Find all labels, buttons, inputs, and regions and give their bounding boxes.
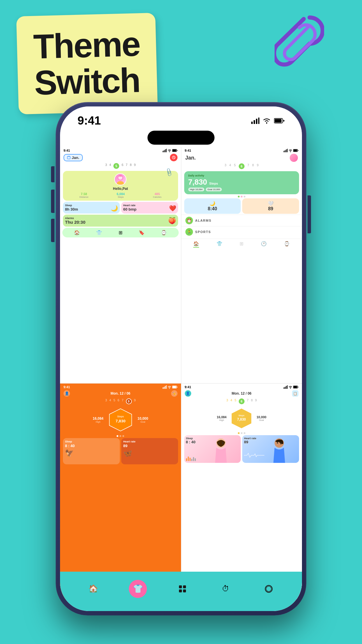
nav-item-themes[interactable]: 👕 [129, 580, 147, 598]
nav-item-watch[interactable] [261, 581, 276, 596]
panel-2-minimal: 9:41 Jan. 345 [181, 147, 302, 383]
svg-rect-11 [173, 150, 176, 151]
p1-time: 9:41 [64, 149, 70, 152]
p4-profile-icon: 👤 [185, 390, 191, 397]
title-line2: Switch [34, 62, 141, 101]
p4-sleep-val: 8 : 40 [186, 440, 196, 444]
p4-edit-icon[interactable]: 📋 [292, 390, 298, 397]
p2-sports-icon: 🏃 [185, 228, 193, 236]
status-icons [251, 118, 284, 124]
p2-dot-3 [244, 196, 245, 197]
p1-alarm-value: Thu 20:30 [65, 220, 85, 225]
p4-dot-2 [241, 432, 242, 434]
svg-point-46 [219, 442, 220, 444]
p1-date-badge[interactable]: Jan. [64, 154, 83, 161]
p3-heart-title: Heart rate [123, 440, 176, 443]
p3-heart-val: 89 [123, 444, 176, 448]
p1-secondary-cards: Sleep 8h 30m 🌙 Heart rate 60 bmp ❤️ [63, 202, 178, 214]
p2-goal-badge: Goal 10,000 [206, 188, 222, 191]
p1-steps-label: Steps [117, 196, 125, 198]
svg-rect-23 [286, 149, 287, 152]
p2-nav-widget[interactable]: ⊞ [240, 241, 243, 248]
p1-nav-watch[interactable]: ⌚ [161, 230, 167, 235]
p2-nav-home[interactable]: 🏠 [193, 241, 199, 248]
svg-rect-39 [287, 385, 288, 389]
svg-rect-22 [285, 150, 286, 152]
nav-item-home[interactable]: 🏠 [86, 581, 101, 596]
panels-grid: 9:41 Jan. [60, 147, 302, 599]
p2-alarm-row: ⏰ ALARMS [181, 215, 302, 226]
p4-goal-stat: 10,000 Goal [256, 415, 266, 421]
p1-steps-val: 6,084 [117, 192, 125, 196]
svg-rect-27 [163, 387, 164, 389]
p1-cal-selected: 5 [113, 163, 119, 169]
svg-rect-51 [179, 585, 182, 588]
p2-high-badge: High 16,084 [188, 188, 204, 191]
p1-avatar-icon [116, 174, 125, 185]
p3-dots [60, 435, 181, 437]
nav-item-widgets[interactable] [175, 581, 190, 596]
panel-4-photo: 9:41 👤 Mon. 12 / 06 📋 [181, 384, 302, 599]
volume-mute-button[interactable] [51, 166, 55, 182]
p1-edit-button[interactable] [170, 154, 178, 161]
nav-watch-svg [265, 585, 273, 593]
p2-nav-watch[interactable]: ⌚ [284, 241, 290, 248]
p2-dot-2 [241, 196, 242, 197]
p2-heart-val: 89 [245, 206, 297, 211]
p4-heart-title: Heart rate [244, 437, 256, 440]
power-button[interactable] [307, 195, 311, 233]
p1-date-label: Jan. [72, 155, 79, 160]
p1-bottom-nav: 🏠 👕 ⊞ 🔖 ⌚ [62, 228, 179, 237]
nav-item-timer[interactable]: ⏱ [218, 581, 233, 596]
p1-nav-widget[interactable]: ⊞ [119, 230, 122, 235]
p3-wifi [168, 386, 171, 389]
p3-edit-icon[interactable]: ✏️ [171, 390, 178, 397]
p3-calendar-row: 34567 8 9 [60, 398, 181, 405]
p2-alarm-icon: ⏰ [185, 217, 193, 224]
p4-sleep-bars [186, 456, 196, 461]
p4-high-label: High [217, 419, 227, 421]
svg-rect-52 [183, 585, 186, 588]
svg-rect-38 [286, 386, 287, 389]
svg-point-56 [266, 586, 271, 592]
p1-heart-title: Heart rate [123, 204, 176, 207]
p3-high-label: High [93, 421, 103, 423]
battery-icon [274, 118, 284, 124]
p1-nav-shirt[interactable]: 👕 [96, 230, 102, 235]
svg-rect-30 [166, 385, 167, 389]
svg-rect-12 [67, 156, 70, 159]
paperclip-icon [275, 9, 324, 68]
p3-signal [163, 385, 167, 389]
svg-text:Steps: Steps [239, 414, 245, 417]
p4-photo-cards: Sleep 8 : 40 [184, 435, 299, 463]
p4-heart-overlay: Heart rate 89 [244, 437, 256, 444]
volume-up-button[interactable] [51, 190, 55, 213]
p3-sleep-card: Sleep 8 : 40 🦅 [63, 438, 120, 464]
p4-dot-1 [238, 432, 240, 434]
p1-calories-val: 485 [153, 192, 161, 196]
svg-rect-2 [256, 119, 257, 124]
svg-rect-7 [164, 150, 165, 152]
p1-nav-home[interactable]: 🏠 [74, 230, 80, 235]
p2-sports-label: SPORTS [195, 230, 211, 234]
p2-calendar-row: 345 6 789 [181, 163, 302, 170]
status-time: 9:41 [78, 114, 101, 127]
p3-dot-3 [122, 435, 124, 437]
p3-sleep-title: Sleep [65, 440, 118, 443]
p2-activity-card: Daily activity 7,830 Steps High 16,084 G… [184, 171, 299, 194]
p2-nav-shirt[interactable]: 👕 [217, 241, 222, 248]
svg-rect-0 [251, 122, 253, 124]
p4-signal [284, 385, 288, 389]
p4-high-val: 16,084 [217, 415, 227, 419]
p1-nav-bookmark[interactable]: 🔖 [139, 230, 145, 235]
p1-heart-card: Heart rate 60 bmp ❤️ [121, 202, 178, 214]
p2-nav-clock[interactable]: 🕐 [261, 241, 267, 248]
p2-status-icons [284, 149, 298, 152]
volume-down-button[interactable] [51, 219, 55, 242]
p1-alarm-icon: 🍑 [168, 217, 176, 225]
p2-date-row: Jan. [181, 153, 302, 163]
p3-goal-label: Goal [138, 421, 148, 423]
svg-rect-53 [179, 589, 182, 592]
p1-calendar-row: 34 5 6789 [60, 162, 181, 170]
p1-sleep-value: 8h 30m [65, 207, 118, 211]
